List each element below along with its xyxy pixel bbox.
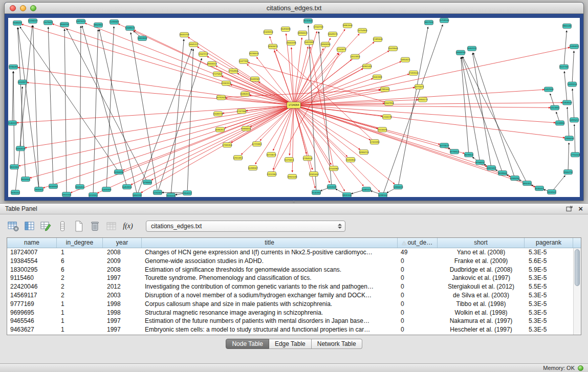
network-node[interactable]: 12542743 xyxy=(313,25,323,29)
network-node[interactable]: 19909284 xyxy=(320,42,331,47)
zoom-button[interactable] xyxy=(30,5,36,11)
network-node[interactable]: 16493436 xyxy=(280,27,291,31)
table-cell[interactable]: Investigating the contribution of common… xyxy=(142,282,398,291)
network-node[interactable]: 16649570 xyxy=(328,32,338,36)
network-node[interactable]: 9153161 xyxy=(89,192,98,197)
column-header-pagerank[interactable]: pagerank xyxy=(525,238,573,248)
table-cell[interactable]: 0 xyxy=(398,325,438,334)
network-node[interactable]: 8920904 xyxy=(21,177,30,182)
column-header-title[interactable]: title xyxy=(142,238,398,248)
table-cell[interactable]: 1 xyxy=(57,325,103,334)
network-node[interactable]: 16773573 xyxy=(439,143,449,148)
network-node[interactable]: 18775971 xyxy=(414,84,424,89)
network-node[interactable]: 9155018 xyxy=(167,193,176,197)
network-node[interactable]: 8618640 xyxy=(498,171,507,176)
table-cell[interactable]: 18724007 xyxy=(7,248,57,257)
network-node[interactable]: 10340264 xyxy=(510,176,520,181)
network-node[interactable]: 12437930 xyxy=(543,87,554,92)
close-button[interactable] xyxy=(10,5,16,11)
network-node[interactable]: 18056553 xyxy=(207,61,217,66)
network-node[interactable]: 11431693 xyxy=(102,187,112,191)
network-node[interactable]: 17710103 xyxy=(570,152,580,157)
table-cell[interactable]: 2008 xyxy=(103,266,142,274)
network-node[interactable]: 11283309 xyxy=(110,19,119,24)
network-node[interactable]: 9505051 xyxy=(76,184,84,189)
network-node[interactable]: 10196537 xyxy=(28,18,38,23)
network-node[interactable]: 10647894 xyxy=(384,101,394,105)
table-cell[interactable]: Disruption of a novel member of a sodium… xyxy=(142,291,398,300)
network-node[interactable]: 12007210 xyxy=(198,52,208,56)
table-cell[interactable]: Dudbridge et al. (2008) xyxy=(438,266,525,274)
network-edge[interactable] xyxy=(294,61,401,105)
table-cell[interactable]: 1998 xyxy=(103,309,142,317)
network-node[interactable]: 10653634 xyxy=(137,36,147,40)
table-cell[interactable]: Franke et al. (2009) xyxy=(438,257,525,266)
table-cell[interactable]: de Silva et al. (2003) xyxy=(438,291,525,300)
network-node[interactable]: 17885442 xyxy=(380,87,390,92)
network-node[interactable]: 14513354 xyxy=(350,54,360,59)
network-edge[interactable] xyxy=(187,49,193,193)
table-cell[interactable]: 9463627 xyxy=(7,325,57,334)
network-edge[interactable] xyxy=(294,105,550,108)
network-node[interactable]: 17503474 xyxy=(336,47,346,52)
table-edit-button[interactable] xyxy=(39,220,53,233)
network-edge[interactable] xyxy=(294,69,363,105)
table-cell[interactable]: 1998 xyxy=(103,300,142,309)
tab-edge-table[interactable]: Edge Table xyxy=(269,339,312,349)
network-node[interactable]: 16642436 xyxy=(286,40,296,45)
table-cell[interactable]: 5.3E-5 xyxy=(525,274,573,282)
column-header-short[interactable]: short xyxy=(438,238,525,248)
network-edge[interactable] xyxy=(158,58,202,192)
table-cell[interactable]: 9699695 xyxy=(7,309,57,317)
scrollbar-thumb[interactable] xyxy=(575,249,580,286)
network-node[interactable]: 16380915 xyxy=(240,92,250,96)
network-node[interactable]: 15823382 xyxy=(304,40,314,45)
network-node[interactable]: 19836911 xyxy=(242,126,251,131)
network-node[interactable]: 11079428 xyxy=(43,20,53,25)
network-edge[interactable] xyxy=(564,31,567,67)
function-builder-button[interactable]: f(x) xyxy=(121,220,135,233)
network-node[interactable]: 18301046 xyxy=(287,174,297,179)
network-edge[interactable] xyxy=(260,105,294,141)
network-edge[interactable] xyxy=(141,105,294,193)
table-row[interactable]: 1456911722003Disruption of a novel membe… xyxy=(7,291,581,300)
network-node[interactable]: 20160096 xyxy=(114,170,124,174)
delete-column-button[interactable] xyxy=(89,220,102,233)
network-edge[interactable] xyxy=(80,26,81,187)
import-table-button[interactable] xyxy=(105,220,118,233)
network-node[interactable]: 10966619 xyxy=(393,184,403,189)
network-node[interactable]: 12116176 xyxy=(382,115,392,119)
network-node[interactable]: 11243890 xyxy=(555,121,565,125)
network-node[interactable]: 17554300 xyxy=(228,69,238,73)
table-cell[interactable]: 5.6E-5 xyxy=(525,257,573,266)
network-node[interactable]: 16055709 xyxy=(179,32,189,37)
network-edge[interactable] xyxy=(17,105,294,123)
table-cell[interactable]: 1 xyxy=(57,317,103,325)
network-edge[interactable] xyxy=(398,27,428,187)
table-cell[interactable]: 49 xyxy=(398,248,438,257)
network-node[interactable]: 12477932 xyxy=(238,59,249,63)
network-edge[interactable] xyxy=(276,50,375,142)
network-node[interactable]: 1724064 xyxy=(287,102,301,108)
network-edge[interactable] xyxy=(134,30,294,105)
network-node[interactable]: 8831558 xyxy=(343,192,352,197)
table-cell[interactable]: 6 xyxy=(57,257,103,266)
table-cell[interactable]: Tourette syndrome. Phenomenology and cla… xyxy=(142,274,398,282)
network-node[interactable]: 18236916 xyxy=(249,51,259,56)
network-edge[interactable] xyxy=(574,124,575,155)
network-node[interactable]: 17485606 xyxy=(373,37,383,41)
network-node[interactable]: 9288106 xyxy=(379,192,387,197)
network-node[interactable]: 19861904 xyxy=(342,23,353,28)
network-edge[interactable] xyxy=(294,105,395,184)
network-node[interactable]: 16288587 xyxy=(248,166,258,170)
table-cell[interactable]: 1 xyxy=(57,309,103,317)
table-row[interactable]: 1938455462009Genome-wide association stu… xyxy=(7,257,581,266)
network-node[interactable]: 9464198 xyxy=(133,192,142,197)
network-node[interactable]: 15561913 xyxy=(221,81,231,85)
network-edge[interactable] xyxy=(13,72,14,167)
column-header-name[interactable]: name xyxy=(7,238,57,248)
network-node[interactable]: 8679914 xyxy=(465,152,473,157)
table-cell[interactable]: 14569117 xyxy=(7,291,57,300)
network-edge[interactable] xyxy=(22,25,294,105)
table-cell[interactable]: 5.3E-5 xyxy=(525,248,573,257)
